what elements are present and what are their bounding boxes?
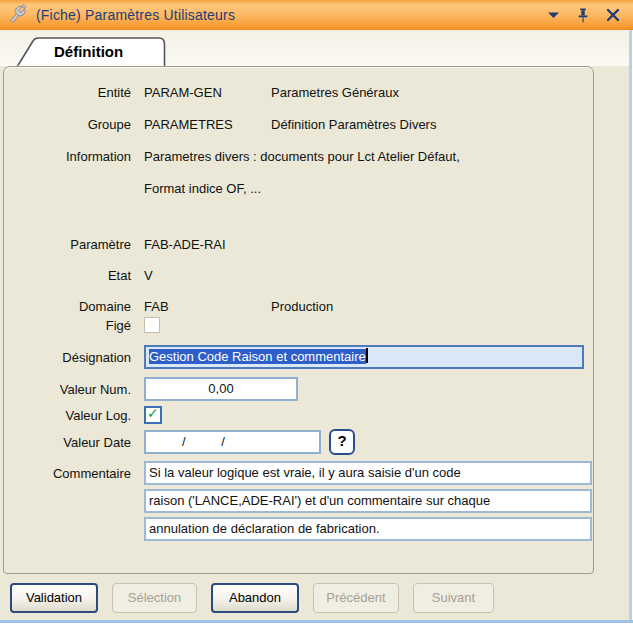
- row-information: Information Parametres divers : document…: [4, 145, 460, 167]
- designation-label: Désignation: [4, 350, 131, 365]
- text-caret: [366, 348, 368, 363]
- fige-label: Figé: [4, 318, 131, 333]
- frame-bottom-line: [0, 620, 633, 623]
- precedent-button[interactable]: Précédent: [313, 583, 399, 613]
- valeur-log-label: Valeur Log.: [4, 408, 131, 423]
- tab-label: Définition: [54, 43, 123, 60]
- frame-edge-bottom: [0, 623, 633, 627]
- row-fige: Figé: [4, 314, 160, 336]
- row-entite: Entité PARAM-GEN Parametres Généraux: [4, 81, 399, 103]
- date-help-button[interactable]: ?: [329, 429, 355, 455]
- abandon-button[interactable]: Abandon: [211, 583, 299, 613]
- information-label: Information: [4, 149, 131, 164]
- close-icon[interactable]: [605, 7, 621, 23]
- definition-panel: Entité PARAM-GEN Parametres Généraux Gro…: [3, 66, 594, 574]
- chevron-down-icon[interactable]: [545, 7, 561, 23]
- suivant-button[interactable]: Suivant: [413, 583, 494, 613]
- valeur-num-input[interactable]: 0,00: [144, 377, 298, 401]
- etat-value: V: [144, 268, 153, 283]
- groupe-desc: Définition Paramètres Divers: [271, 117, 436, 132]
- row-etat: Etat V: [4, 264, 153, 286]
- window-title: (Fiche) Paramètres Utilisateurs: [36, 7, 235, 23]
- wrench-icon: [6, 4, 28, 26]
- tab-definition[interactable]: Définition: [16, 37, 176, 67]
- row-designation: Désignation Gestion Code Raison et comme…: [4, 346, 584, 368]
- groupe-label: Groupe: [4, 117, 131, 132]
- information-line2: Format indice OF, ...: [144, 181, 261, 196]
- tool-window: (Fiche) Paramètres Utilisateurs: [0, 0, 633, 627]
- row-commentaire-3: annulation de déclaration de fabrication…: [4, 518, 592, 540]
- information-line1: Parametres divers : documents pour Lct A…: [144, 149, 460, 164]
- commentaire-input-3[interactable]: annulation de déclaration de fabrication…: [144, 517, 592, 541]
- groupe-code: PARAMETRES: [144, 117, 271, 132]
- entite-desc: Parametres Généraux: [271, 85, 399, 100]
- row-valeur-date: Valeur Date / / ?: [4, 431, 355, 453]
- pin-icon[interactable]: [575, 7, 591, 23]
- designation-input[interactable]: Gestion Code Raison et commentaire: [144, 345, 584, 369]
- row-commentaire-1: Commentaire Si la valeur logique est vra…: [4, 462, 592, 484]
- valeur-date-label: Valeur Date: [4, 435, 131, 450]
- parametre-label: Paramètre: [4, 237, 131, 252]
- commentaire-input-2[interactable]: raison ('LANCE,ADE-RAI') et d'un comment…: [144, 489, 592, 513]
- designation-selected-text: Gestion Code Raison et commentaire: [149, 349, 366, 364]
- row-commentaire-2: raison ('LANCE,ADE-RAI') et d'un comment…: [4, 490, 592, 512]
- domaine-label: Domaine: [4, 299, 131, 314]
- valeur-num-label: Valeur Num.: [4, 382, 131, 397]
- frame-right-line: [629, 30, 632, 623]
- row-valeur-num: Valeur Num. 0,00: [4, 378, 298, 400]
- domaine-desc: Production: [271, 299, 333, 314]
- row-valeur-log: Valeur Log.: [4, 404, 162, 426]
- selection-button[interactable]: Sélection: [112, 583, 197, 613]
- fige-checkbox[interactable]: [144, 317, 160, 333]
- row-groupe: Groupe PARAMETRES Définition Paramètres …: [4, 113, 436, 135]
- etat-label: Etat: [4, 268, 131, 283]
- entite-code: PARAM-GEN: [144, 85, 271, 100]
- title-bar: (Fiche) Paramètres Utilisateurs: [0, 0, 633, 30]
- parametre-value: FAB-ADE-RAI: [144, 237, 226, 252]
- entite-label: Entité: [4, 85, 131, 100]
- row-parametre: Paramètre FAB-ADE-RAI: [4, 233, 226, 255]
- valeur-date-input[interactable]: / /: [144, 430, 321, 454]
- validation-button[interactable]: Validation: [10, 583, 98, 613]
- button-bar: Validation Sélection Abandon Précédent S…: [10, 583, 494, 613]
- valeur-log-checkbox[interactable]: [144, 406, 162, 424]
- row-information-2: Format indice OF, ...: [4, 177, 261, 199]
- commentaire-input-1[interactable]: Si la valeur logique est vraie, il y aur…: [144, 461, 592, 485]
- commentaire-label: Commentaire: [4, 466, 131, 481]
- domaine-code: FAB: [144, 299, 271, 314]
